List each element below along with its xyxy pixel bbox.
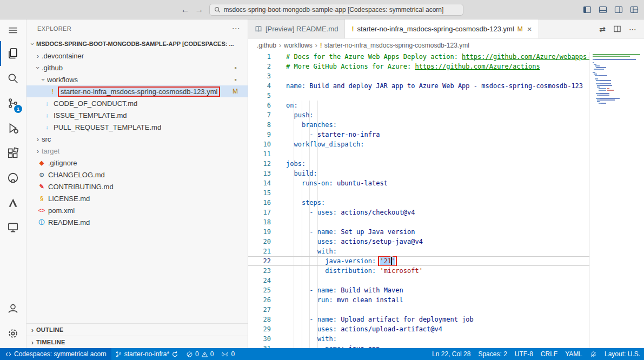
code-line-26[interactable]: 26 run: mvn clean install: [248, 295, 589, 305]
code-line-10[interactable]: 10 workflow_dispatch:: [248, 139, 589, 149]
token: [286, 267, 325, 275]
code-line-3[interactable]: 3: [248, 71, 589, 81]
explorer-item-readme-md[interactable]: ⓘREADME.md: [26, 216, 248, 228]
explorer-item-contributing-md[interactable]: ✎CONTRIBUTING.md: [26, 181, 248, 192]
forward-button[interactable]: →: [195, 5, 204, 14]
code-line-12[interactable]: 12jobs:: [248, 159, 589, 169]
toggle-panel-icon[interactable]: [599, 5, 607, 14]
explorer-actions-button[interactable]: ⋯: [232, 24, 240, 34]
explorer-item-issue-template-md[interactable]: ↓ISSUE_TEMPLATE.md: [26, 109, 248, 121]
code-line-9[interactable]: 9 - starter-no-infra: [248, 130, 589, 139]
explorer-item-target[interactable]: ›target: [26, 145, 248, 157]
code-line-20[interactable]: 20 uses: actions/setup-java@v4: [248, 237, 589, 246]
activity-search[interactable]: [0, 66, 26, 91]
notifications-button[interactable]: [586, 348, 601, 360]
breadcrumb-label: workflows: [284, 42, 313, 49]
sidebar-section-outline[interactable]: ›OUTLINE: [26, 323, 248, 336]
explorer-item-starter-no-infra-msdocs-spring-cosmosdb-123-yml[interactable]: !starter-no-infra_msdocs-spring-cosmosdb…: [26, 85, 248, 97]
token: push:: [294, 111, 313, 119]
command-center[interactable]: msdocs-spring-boot-mongodb-sample-app [C…: [209, 4, 463, 16]
activity-github[interactable]: [0, 165, 26, 190]
code-line-11[interactable]: 11: [248, 149, 589, 159]
code-line-31[interactable]: 31 name: java-app: [248, 344, 589, 348]
language-mode-status[interactable]: YAML: [561, 348, 586, 360]
code-line-18[interactable]: 18: [248, 217, 589, 227]
explorer-item-pull-request-template-md[interactable]: ↓PULL_REQUEST_TEMPLATE.md: [26, 121, 248, 133]
menu-button[interactable]: [0, 19, 26, 41]
code-editor[interactable]: 1# Docs for the Azure Web Apps Deploy ac…: [248, 52, 589, 348]
ports-status[interactable]: 0: [217, 348, 238, 360]
explorer-item-license-md[interactable]: §LICENSE.md: [26, 192, 248, 204]
code-line-6[interactable]: 6on:: [248, 101, 589, 110]
code-text: name: java-app: [280, 344, 589, 348]
explorer-item-workflows[interactable]: ›workflows●: [26, 74, 248, 85]
code-line-2[interactable]: 2# More GitHub Actions for Azure: https:…: [248, 62, 589, 71]
eol-status[interactable]: CRLF: [537, 348, 561, 360]
problems-status[interactable]: 0 0: [182, 348, 217, 360]
code-line-15[interactable]: 15: [248, 188, 589, 198]
sidebar-section-timeline[interactable]: ›TIMELINE: [26, 336, 248, 348]
item-label: CODE_OF_CONDUCT.md: [54, 99, 137, 108]
line-number: 13: [248, 169, 280, 178]
minimap[interactable]: [589, 52, 644, 348]
more-actions-icon[interactable]: ⋯: [629, 25, 636, 34]
code-line-25[interactable]: 25 - name: Build with Maven: [248, 285, 589, 295]
customize-layout-icon[interactable]: [630, 5, 639, 14]
code-line-23[interactable]: 23 distribution: 'microsoft': [248, 266, 589, 276]
toggle-primary-sidebar-icon[interactable]: [583, 5, 592, 14]
keyboard-layout-status[interactable]: Layout: U.S.: [601, 348, 644, 360]
breadcrumb-github[interactable]: .github: [257, 42, 276, 49]
activity-remote-explorer[interactable]: [0, 215, 26, 240]
code-line-16[interactable]: 16 steps:: [248, 198, 589, 208]
code-text: [280, 276, 589, 285]
activity-azure[interactable]: [0, 190, 26, 215]
toggle-secondary-sidebar-icon[interactable]: [614, 5, 623, 14]
back-button[interactable]: ←: [181, 5, 190, 14]
tab-preview-readme-md[interactable]: [Preview] README.md: [248, 19, 345, 38]
breadcrumb-starter-no-infra-msdocs-spring-cosmosdb-123-yml[interactable]: !starter-no-infra_msdocs-spring-cosmosdb…: [320, 42, 469, 49]
account-button[interactable]: [0, 296, 26, 321]
activity-source-control[interactable]: 1: [0, 91, 26, 116]
code-line-5[interactable]: 5: [248, 91, 589, 101]
line-number: 15: [248, 188, 280, 198]
close-icon[interactable]: ×: [527, 24, 532, 34]
cursor-position-status[interactable]: Ln 22, Col 28: [428, 348, 474, 360]
code-line-8[interactable]: 8 branches:: [248, 120, 589, 130]
contributing-icon: ✎: [37, 183, 46, 190]
explorer-item-pom-xml[interactable]: <>pom.xml: [26, 204, 248, 216]
code-line-22[interactable]: 22 java-version: '21': [248, 256, 589, 266]
code-line-24[interactable]: 24: [248, 276, 589, 285]
indentation-status[interactable]: Spaces: 2: [474, 348, 510, 360]
code-line-13[interactable]: 13 build:: [248, 169, 589, 178]
explorer-item-gitignore[interactable]: ◆.gitignore: [26, 157, 248, 169]
activity-extensions[interactable]: [0, 141, 26, 165]
tab-starter-no-infra-msdocs-spring-cosmosdb-123-yml[interactable]: !starter-no-infra_msdocs-spring-cosmosdb…: [345, 19, 539, 38]
code-line-30[interactable]: 30 with:: [248, 334, 589, 344]
explorer-item-msdocs-spring-boot-mongodb-sample-app-codespaces[interactable]: ›MSDOCS-SPRING-BOOT-MONGODB-SAMPLE-APP […: [26, 38, 248, 50]
split-editor-icon[interactable]: [613, 25, 621, 33]
encoding-status[interactable]: UTF-8: [511, 348, 537, 360]
branch-status[interactable]: starter-no-infra*: [111, 348, 182, 360]
explorer-item-code-of-conduct-md[interactable]: ↓CODE_OF_CONDUCT.md: [26, 97, 248, 109]
explorer-item-src[interactable]: ›src: [26, 133, 248, 145]
explorer-item-github[interactable]: ›.github●: [26, 62, 248, 74]
code-line-29[interactable]: 29 uses: actions/upload-artifact@v4: [248, 324, 589, 334]
settings-button[interactable]: [0, 321, 26, 346]
code-line-14[interactable]: 14 runs-on: ubuntu-latest: [248, 178, 589, 188]
code-line-4[interactable]: 4name: Build and deploy JAR app to Azure…: [248, 81, 589, 91]
code-line-7[interactable]: 7 push:: [248, 110, 589, 120]
activity-explorer[interactable]: [0, 41, 26, 66]
code-line-19[interactable]: 19 - name: Set up Java version: [248, 227, 589, 237]
explorer-item-devcontainer[interactable]: ›.devcontainer: [26, 50, 248, 62]
explorer-item-changelog-md[interactable]: ⊙CHANGELOG.md: [26, 169, 248, 181]
code-line-21[interactable]: 21 with:: [248, 246, 589, 256]
code-line-27[interactable]: 27: [248, 305, 589, 315]
open-changes-icon[interactable]: ⇄: [599, 25, 606, 34]
code-line-28[interactable]: 28 - name: Upload artifact for deploymen…: [248, 315, 589, 324]
code-line-1[interactable]: 1# Docs for the Azure Web Apps Deploy ac…: [248, 52, 589, 62]
remote-indicator[interactable]: Codespaces: symmetrical acorn: [0, 348, 111, 360]
activity-run-debug[interactable]: [0, 116, 26, 141]
code-text: uses: actions/upload-artifact@v4: [280, 324, 589, 334]
code-line-17[interactable]: 17 - uses: actions/checkout@v4: [248, 208, 589, 217]
breadcrumb-workflows[interactable]: workflows: [284, 42, 313, 49]
